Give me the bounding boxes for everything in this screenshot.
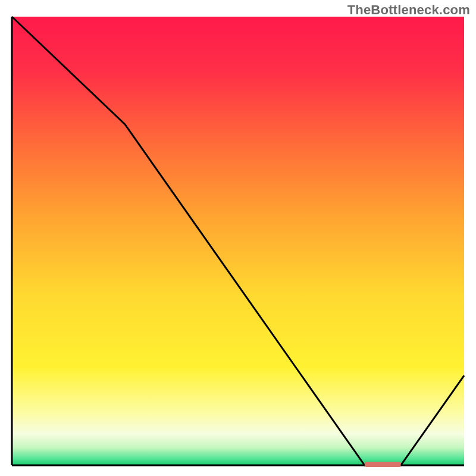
plot-background — [12, 17, 464, 465]
bottleneck-chart — [0, 0, 476, 476]
optimal-band-marker — [365, 462, 401, 467]
chart-container: { "watermark": "TheBottleneck.com", "cha… — [0, 0, 476, 476]
